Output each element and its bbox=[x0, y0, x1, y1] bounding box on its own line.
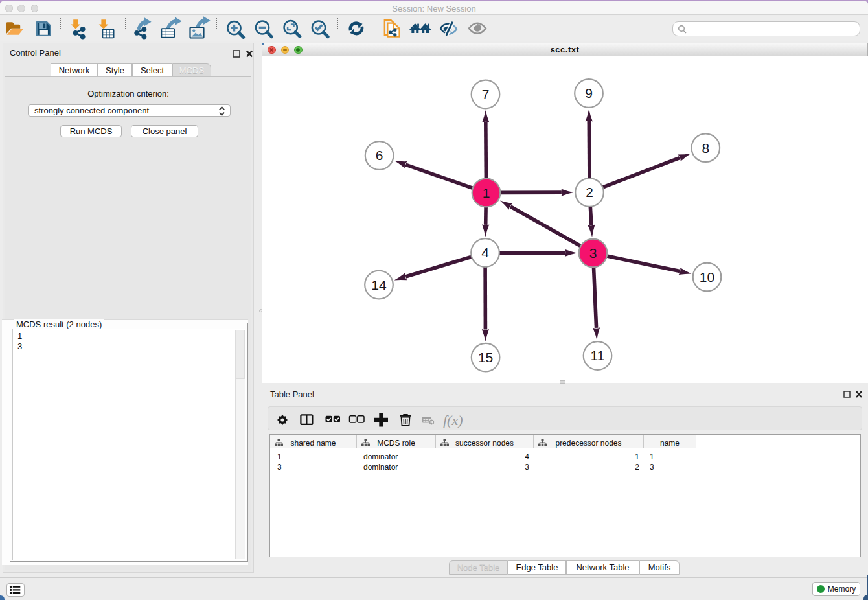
svg-text:9: 9 bbox=[585, 86, 593, 100]
svg-text:1: 1 bbox=[483, 185, 490, 200]
svg-text:f(x): f(x) bbox=[443, 412, 463, 428]
svg-text:7: 7 bbox=[482, 87, 490, 102]
svg-text:3: 3 bbox=[589, 246, 597, 260]
svg-text:4: 4 bbox=[481, 245, 489, 260]
svg-text:2: 2 bbox=[586, 185, 593, 200]
svg-text:15: 15 bbox=[478, 350, 493, 365]
svg-text:14: 14 bbox=[371, 277, 387, 292]
svg-text:6: 6 bbox=[376, 148, 383, 163]
svg-text:8: 8 bbox=[702, 141, 709, 156]
svg-text:11: 11 bbox=[591, 348, 605, 363]
svg-text:10: 10 bbox=[700, 270, 714, 284]
